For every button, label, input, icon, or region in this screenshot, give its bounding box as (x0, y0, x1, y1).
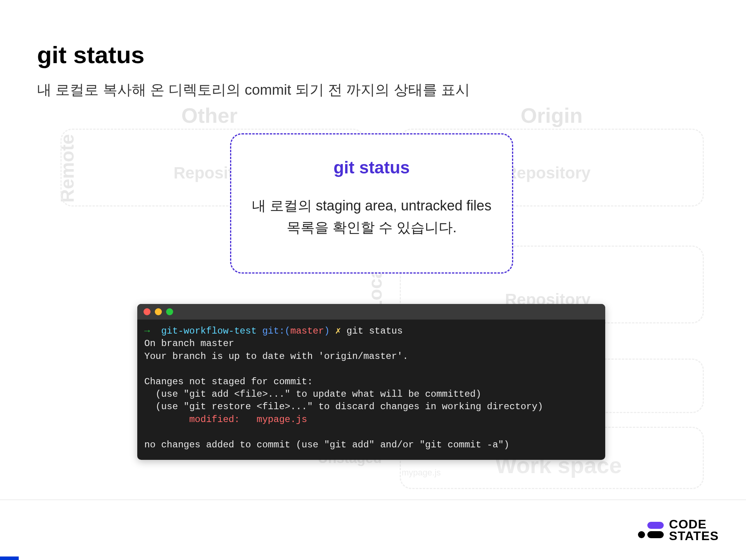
file-name: mypage.js (402, 468, 441, 478)
terminal-line-2: Your branch is up to date with 'origin/m… (144, 351, 408, 362)
terminal-line-1: On branch master (144, 338, 234, 349)
logo-line-2: STATES (669, 530, 719, 542)
terminal-modified: modified: (144, 414, 257, 425)
logo-line-1: CODE (669, 518, 719, 530)
slide-subtitle: 내 로컬로 복사해 온 디렉토리의 commit 되기 전 까지의 상태를 표시 (37, 80, 709, 100)
callout-line-2: 목록을 확인할 수 있습니다. (287, 219, 457, 235)
terminal-prompt-x: ✗ (335, 326, 347, 336)
terminal-line-9: no changes added to commit (use "git add… (144, 440, 509, 450)
callout-text: 내 로컬의 staging area, untracked files 목록을 … (251, 195, 493, 238)
terminal-prompt-git: git:( (262, 326, 290, 336)
terminal-prompt-dir: git-workflow-test (156, 326, 262, 336)
codestates-logo: CODE STATES (638, 518, 719, 542)
callout-line-1: 내 로컬의 staging area, untracked files (252, 198, 491, 214)
slide-title: git status (37, 41, 709, 69)
terminal-line-6: (use "git restore <file>..." to discard … (144, 401, 543, 412)
minimize-icon (155, 308, 162, 315)
terminal-prompt-arrow: → (144, 326, 156, 336)
git-status-callout: git status 내 로컬의 staging area, untracked… (230, 133, 513, 274)
terminal-line-5: (use "git add <file>..." to update what … (144, 389, 481, 399)
terminal-window: → git-workflow-test git:(master) ✗ git s… (137, 304, 605, 460)
origin-heading: Origin (521, 103, 583, 127)
terminal-command: git status (347, 326, 403, 336)
terminal-line-4: Changes not staged for commit: (144, 376, 313, 387)
other-heading: Other (181, 103, 237, 127)
terminal-body: → git-workflow-test git:(master) ✗ git s… (137, 320, 605, 460)
maximize-icon (166, 308, 173, 315)
callout-title: git status (251, 158, 493, 177)
slide-footer: CODE STATES (0, 500, 746, 560)
close-icon (144, 308, 151, 315)
slide-container: git status 내 로컬로 복사해 온 디렉토리의 commit 되기 전… (0, 0, 746, 560)
progress-bar (0, 556, 19, 560)
terminal-branch: master (290, 326, 324, 336)
logo-text: CODE STATES (669, 518, 719, 542)
logo-mark-icon (638, 522, 664, 538)
terminal-prompt-close: ) (324, 326, 335, 336)
terminal-header (137, 304, 605, 320)
repo-label-2: Repository (505, 164, 590, 182)
terminal-modified-file: mypage.js (257, 414, 307, 425)
